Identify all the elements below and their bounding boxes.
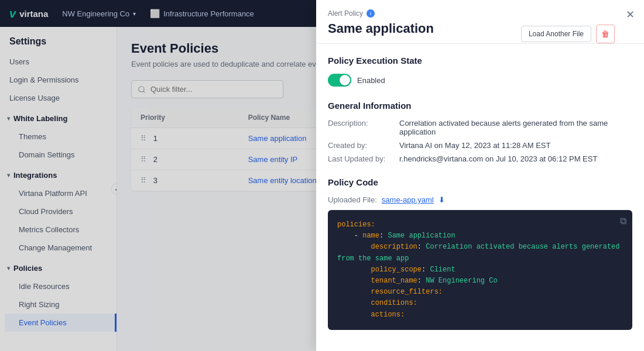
code-line: description: Correlation activated becau… <box>337 242 623 264</box>
code-line: actions: <box>337 309 623 321</box>
delete-button[interactable]: 🗑 <box>596 27 615 43</box>
panel-header: Alert Policy i Same application Load Ano… <box>316 27 644 44</box>
policy-code-section: Policy Code Uploaded File: same-app.yaml… <box>328 177 632 330</box>
toggle-row: Enabled <box>328 74 632 87</box>
general-info-title: General Information <box>328 101 632 111</box>
policy-code-title: Policy Code <box>328 177 632 187</box>
code-block: policies: - name: Same application descr… <box>337 219 623 321</box>
toggle-knob <box>340 75 350 85</box>
load-file-button[interactable]: Load Another File <box>521 27 591 42</box>
panel-overlay: Alert Policy i Same application Load Ano… <box>0 27 644 351</box>
copy-code-button[interactable]: ⧉ <box>620 216 626 226</box>
uploaded-file-row: Uploaded File: same-app.yaml ⬇ <box>328 195 632 204</box>
panel-actions: Load Another File 🗑 <box>521 27 615 43</box>
download-icon[interactable]: ⬇ <box>439 195 445 204</box>
created-by-value: Virtana AI on May 12, 2023 at 11:28 AM E… <box>399 141 632 150</box>
code-line: conditions: <box>337 298 623 309</box>
code-line: tenant_name: NW Engineering Co <box>337 276 623 287</box>
main-layout: Settings Users Login & Permissions Licen… <box>0 27 644 351</box>
code-line: - name: Same application <box>337 230 623 242</box>
created-by-label: Created by: <box>328 141 392 150</box>
app-container: v virtana NW Engineering Co ▾ ⬜ Infrastr… <box>0 0 644 351</box>
last-updated-label: Last Updated by: <box>328 154 392 163</box>
last-updated-value: r.hendricks@virtana.com on Jul 10, 2023 … <box>399 154 632 163</box>
description-value: Correlation activated because alerts gen… <box>399 119 632 136</box>
code-line: policy_scope: Client <box>337 264 623 276</box>
enabled-toggle[interactable] <box>328 74 351 87</box>
uploaded-file-label: Uploaded File: <box>328 195 377 204</box>
detail-panel: Alert Policy i Same application Load Ano… <box>316 27 644 351</box>
policy-execution-section: Policy Execution State Enabled <box>328 56 632 87</box>
toggle-label: Enabled <box>357 76 385 85</box>
policy-execution-title: Policy Execution State <box>328 56 632 66</box>
panel-body: Policy Execution State Enabled General I… <box>316 44 644 351</box>
description-label: Description: <box>328 119 392 136</box>
file-name-link[interactable]: same-app.yaml <box>382 195 434 204</box>
info-grid: Description: Correlation activated becau… <box>328 119 632 163</box>
general-info-section: General Information Description: Correla… <box>328 101 632 163</box>
code-line: policies: <box>337 219 623 230</box>
code-container: ⧉ policies: - name: Same application des… <box>328 210 632 330</box>
trash-icon: 🗑 <box>601 29 609 39</box>
code-line: resource_filters: <box>337 287 623 298</box>
